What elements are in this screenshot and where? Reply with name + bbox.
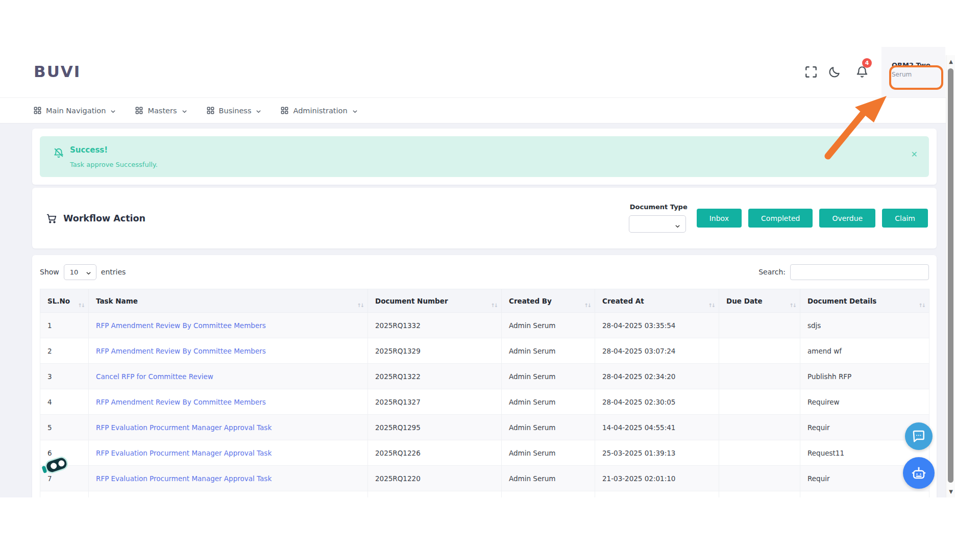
col-header-document-details[interactable]: Document Details↑↓: [800, 289, 929, 313]
cell-document-number: [368, 491, 502, 498]
cell-created-by: Admin Serum: [502, 338, 595, 364]
fullscreen-icon[interactable]: [804, 65, 818, 79]
col-header-slno[interactable]: SL.No↑↓: [40, 289, 89, 313]
table-row: 3 Cancel RFP for Committee Review 2025RQ…: [40, 364, 929, 389]
grid-icon: [135, 107, 143, 114]
cell-slno: [40, 491, 89, 498]
claim-button[interactable]: Claim: [882, 209, 928, 228]
close-icon[interactable]: ✕: [911, 149, 918, 159]
cell-document-number: 2025RQ1226: [368, 440, 502, 466]
cell-created-at: [595, 491, 719, 498]
assistant-bot-fab-button[interactable]: [903, 457, 935, 489]
cell-document-number: 2025RQ1220: [368, 466, 502, 491]
show-label: Show: [40, 268, 59, 276]
cell-due-date: [719, 313, 800, 338]
task-name-link[interactable]: RFP Evaluation Procurment Manager Approv…: [89, 466, 368, 491]
cart-icon: [46, 213, 57, 224]
screenshot-stage: BUVI 4 ORM2 Two Serum: [0, 0, 980, 551]
sort-icon: ↑↓: [918, 303, 925, 308]
cell-created-by: [502, 491, 595, 498]
table-row: 5 RFP Evaluation Procurment Manager Appr…: [40, 415, 929, 440]
cell-created-at: 28-04-2025 03:07:24: [595, 338, 719, 364]
inbox-button[interactable]: Inbox: [697, 209, 742, 228]
nav-item-masters[interactable]: Masters: [135, 107, 187, 115]
nav-item-administration[interactable]: Administration: [281, 107, 357, 115]
chat-fab-button[interactable]: [905, 422, 933, 450]
success-alert: Success! Task approve Successfully. ✕: [40, 136, 929, 177]
sort-icon: ↑↓: [708, 303, 715, 308]
cell-created-at: 14-04-2025 04:55:41: [595, 415, 719, 440]
cell-created-by: Admin Serum: [502, 364, 595, 389]
task-name-link[interactable]: Cancel RFP for Committee Review: [89, 364, 368, 389]
scroll-up-arrow-icon[interactable]: ▲: [946, 56, 955, 66]
col-header-created-by[interactable]: Created By↑↓: [502, 289, 595, 313]
cell-document-number: 2025RQ1322: [368, 364, 502, 389]
user-role: Serum: [892, 71, 945, 78]
page-title: Workflow Action: [63, 213, 145, 223]
overdue-button[interactable]: Overdue: [819, 209, 875, 228]
sort-icon: ↑↓: [78, 303, 84, 308]
nav-item-main-navigation[interactable]: Main Navigation: [34, 107, 116, 115]
scrollbar-thumb[interactable]: [948, 68, 953, 483]
task-name-link[interactable]: RFP Amendment Review By Committee Member…: [89, 389, 368, 415]
sort-icon: ↑↓: [584, 303, 591, 308]
cell-created-by: Admin Serum: [502, 415, 595, 440]
search-input[interactable]: [790, 264, 929, 280]
document-type-select[interactable]: [629, 215, 686, 233]
cell-slno: 2: [40, 338, 89, 364]
task-name-link[interactable]: RFP Amendment Review By Committee Member…: [89, 338, 368, 364]
cell-created-at: 21-03-2025 02:01:10: [595, 466, 719, 491]
cell-document-number: 2025RQ1327: [368, 389, 502, 415]
dark-mode-moon-icon[interactable]: [828, 65, 841, 79]
cell-due-date: [719, 440, 800, 466]
col-header-due-date[interactable]: Due Date↑↓: [719, 289, 800, 313]
chevron-down-icon: [110, 108, 116, 113]
task-name-link[interactable]: [89, 491, 368, 498]
search-label: Search:: [758, 268, 786, 276]
col-header-created-at[interactable]: Created At↑↓: [595, 289, 719, 313]
cell-document-details: sdjs: [800, 313, 929, 338]
nav-label: Business: [219, 107, 252, 115]
page-size-value: 10: [70, 268, 79, 276]
cell-document-number: 2025RQ1332: [368, 313, 502, 338]
user-name: ORM2 Two: [892, 61, 945, 69]
col-header-task-name[interactable]: Task Name↑↓: [89, 289, 368, 313]
cell-created-at: 28-04-2025 02:34:20: [595, 364, 719, 389]
task-name-link[interactable]: RFP Evaluation Procurment Manager Approv…: [89, 415, 368, 440]
cell-due-date: [719, 364, 800, 389]
user-menu[interactable]: ORM2 Two Serum: [881, 47, 945, 97]
cell-document-details: [800, 491, 929, 498]
nav-label: Masters: [148, 107, 177, 115]
cell-created-at: 25-03-2025 01:39:13: [595, 440, 719, 466]
table-row: 4 RFP Amendment Review By Committee Memb…: [40, 389, 929, 415]
cell-document-details: amend wf: [800, 338, 929, 364]
cell-slno: 7: [40, 466, 89, 491]
cell-document-number: 2025RQ1329: [368, 338, 502, 364]
brand-logo[interactable]: BUVI: [34, 62, 81, 81]
task-name-link[interactable]: RFP Amendment Review By Committee Member…: [89, 313, 368, 338]
cell-slno: 5: [40, 415, 89, 440]
alert-message: Task approve Successfully.: [70, 161, 158, 168]
sort-icon: ↑↓: [491, 303, 497, 308]
table-row: [40, 491, 929, 498]
col-header-document-number[interactable]: Document Number↑↓: [368, 289, 502, 313]
cell-created-at: 28-04-2025 03:35:54: [595, 313, 719, 338]
chevron-down-icon: [256, 108, 261, 113]
cell-created-at: 28-04-2025 02:30:05: [595, 389, 719, 415]
grid-icon: [34, 107, 41, 114]
table-row: 6 RFP Evaluation Procurment Manager Appr…: [40, 440, 929, 466]
cell-slno: 1: [40, 313, 89, 338]
document-type-label: Document Type: [630, 203, 688, 211]
chat-bubble-icon: [911, 429, 926, 444]
nav-label: Administration: [293, 107, 347, 115]
vertical-scrollbar[interactable]: ▲ ▼: [946, 55, 955, 497]
tasks-table: SL.No↑↓ Task Name↑↓ Document Number↑↓ Cr…: [40, 289, 929, 497]
page-size-select[interactable]: 10: [64, 264, 96, 280]
scroll-down-arrow-icon[interactable]: ▼: [946, 486, 955, 496]
completed-button[interactable]: Completed: [748, 209, 813, 228]
cell-created-by: Admin Serum: [502, 313, 595, 338]
cell-created-by: Admin Serum: [502, 389, 595, 415]
table-row: 2 RFP Amendment Review By Committee Memb…: [40, 338, 929, 364]
nav-item-business[interactable]: Business: [207, 107, 262, 115]
task-name-link[interactable]: RFP Evaluation Procurment Manager Approv…: [89, 440, 368, 466]
